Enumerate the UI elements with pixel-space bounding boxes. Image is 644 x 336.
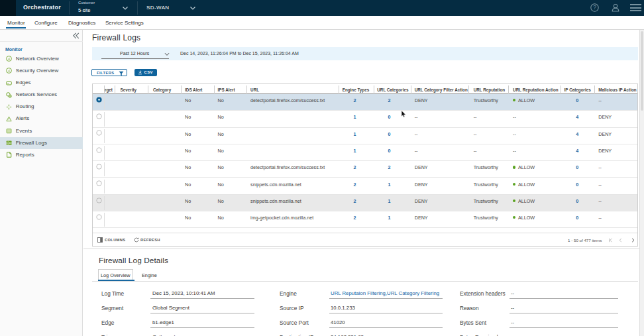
svg-text:?: ? <box>593 4 596 11</box>
